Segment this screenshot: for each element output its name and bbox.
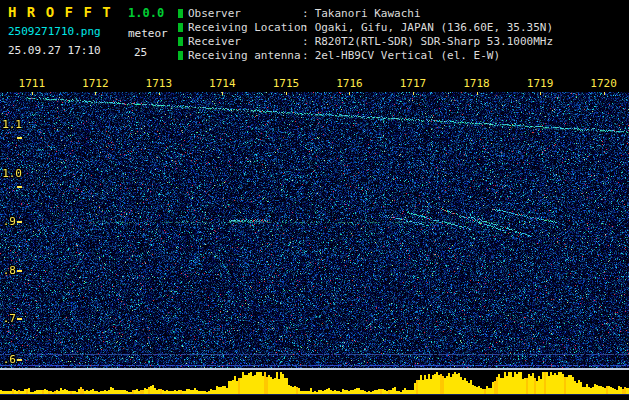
row-marker-icon [178, 51, 183, 60]
hrofft-output: H R O F F T 1.0.0 2509271710.png meteor … [0, 0, 629, 400]
time-tick-label: 1716 [335, 77, 363, 90]
app-title: H R O F F T [8, 4, 112, 20]
time-tick-label: 1713 [145, 77, 173, 90]
info-row-antenna: Receiving antenna : 2el-HB9CV Vertical (… [178, 48, 553, 62]
info-row-receiver: Receiver : R820T2(RTL-SDR) SDR-Sharp 53.… [178, 34, 553, 48]
info-panel: Observer : Takanori Kawachi Receiving Lo… [178, 6, 553, 62]
time-axis: 1711171217131714171517161717171817191720 [0, 76, 629, 92]
footer-strip [0, 394, 629, 400]
info-label: Observer [188, 7, 302, 20]
time-tick-label: 1717 [399, 77, 427, 90]
datetime: 25.09.27 17:10 [8, 44, 101, 57]
time-tick-label: 1720 [590, 77, 618, 90]
time-tick-label: 1715 [272, 77, 300, 90]
info-colon: : [302, 35, 309, 48]
info-value: Takanori Kawachi [315, 7, 421, 20]
info-label: Receiving antenna [188, 49, 302, 62]
time-tick-label: 1714 [208, 77, 236, 90]
info-row-observer: Observer : Takanori Kawachi [178, 6, 553, 20]
info-label: Receiving Location [188, 21, 302, 34]
filename: 2509271710.png [8, 25, 101, 38]
spectrogram-canvas [0, 92, 629, 368]
time-tick-label: 1711 [18, 77, 46, 90]
time-tick-label: 1712 [81, 77, 109, 90]
info-row-location: Receiving Location : Ogaki, Gifu, JAPAN … [178, 20, 553, 34]
info-colon: : [302, 21, 309, 34]
info-colon: : [302, 49, 309, 62]
time-tick-label: 1718 [463, 77, 491, 90]
info-label: Receiver [188, 35, 302, 48]
row-marker-icon [178, 9, 183, 18]
row-marker-icon [178, 37, 183, 46]
meteor-count: 25 [134, 46, 147, 59]
time-tick-label: 1719 [526, 77, 554, 90]
info-value: 2el-HB9CV Vertical (el. E-W) [315, 49, 500, 62]
mode-label: meteor [128, 27, 168, 40]
activity-bars-canvas [0, 370, 629, 394]
info-value: R820T2(RTL-SDR) SDR-Sharp 53.1000MHz [315, 35, 553, 48]
info-colon: : [302, 7, 309, 20]
info-value: Ogaki, Gifu, JAPAN (136.60E, 35.35N) [315, 21, 553, 34]
app-version: 1.0.0 [128, 6, 164, 20]
row-marker-icon [178, 23, 183, 32]
